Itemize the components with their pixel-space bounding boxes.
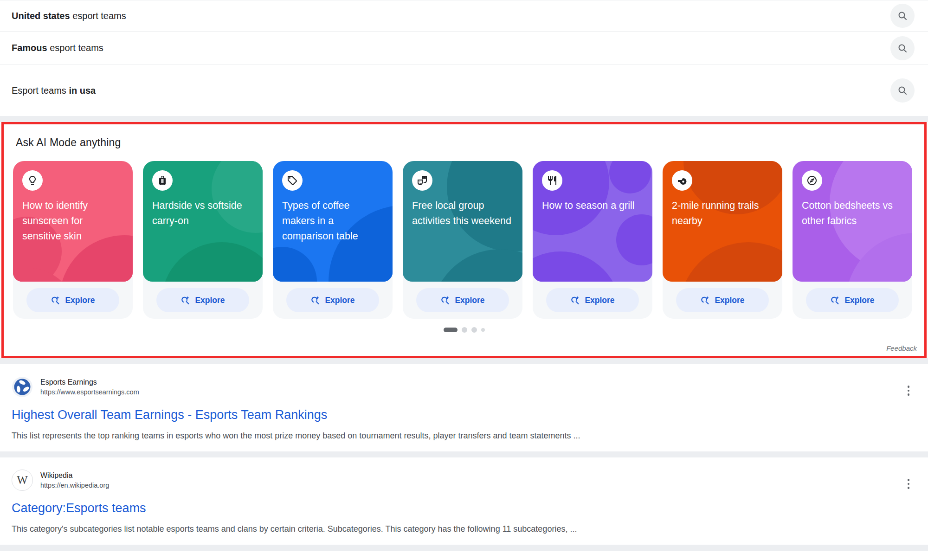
ai-suggestion-card[interactable]: Hardside vs softside carry-on Explore [143,161,263,319]
site-url: https://www.esportsearnings.com [40,388,139,396]
explore-button[interactable]: Explore [286,288,379,312]
ai-suggestion-card[interactable]: Cotton bedsheets vs other fabrics Explor… [793,161,912,319]
ai-suggestion-card[interactable]: How to identify sunscreen for sensitive … [13,161,133,319]
ai-mode-icon [700,296,710,305]
card-art: How to season a grill [533,161,652,282]
related-search-row[interactable]: United states esport teams [0,0,928,32]
result-title-link[interactable]: Category:Esports teams [12,501,910,515]
section-divider [0,358,928,364]
site-info: Wikipedia https://en.wikipedia.org [40,471,109,489]
ai-mode-icon [830,296,840,305]
card-art: Cotton bedsheets vs other fabrics [793,161,912,282]
card-footer: Explore [13,282,133,319]
result-snippet: This category's subcategories list notab… [12,523,910,534]
feedback-link[interactable]: Feedback [886,344,917,352]
section-divider [0,116,928,122]
more-vert-icon[interactable] [906,477,912,491]
explore-label: Explore [844,296,874,305]
card-title: Hardside vs softside carry-on [152,198,253,229]
card-footer: Explore [793,282,912,319]
card-footer: Explore [403,282,522,319]
site-name: Esports Earnings [40,378,139,386]
compass-icon [802,170,822,191]
ai-mode-icon [180,296,190,305]
restaurant-icon [542,170,562,191]
ai-suggestion-carousel: How to identify sunscreen for sensitive … [13,161,915,319]
card-title: Cotton bedsheets vs other fabrics [802,198,903,229]
card-footer: Explore [143,282,263,319]
card-art: Free local group activities this weekend [403,161,522,282]
card-title: Free local group activities this weekend [412,198,513,229]
search-icon[interactable] [890,4,915,28]
carousel-dot-active[interactable] [444,328,458,332]
explore-label: Explore [325,296,354,305]
whistle-icon [672,170,692,191]
ai-suggestion-card[interactable]: How to season a grill Explore [533,161,652,319]
related-search-text: Esport teams in usa [12,85,96,96]
ai-suggestion-card[interactable]: Types of coffee makers in a comparison t… [273,161,393,319]
ai-suggestion-card[interactable]: 2-mile running trails nearby Explore [663,161,782,319]
card-art: How to identify sunscreen for sensitive … [13,161,133,282]
ai-mode-icon [310,296,320,305]
carousel-dot[interactable] [462,327,467,333]
related-search-text: United states esport teams [12,11,126,21]
wikipedia-w-icon: W [12,470,33,491]
explore-button[interactable]: Explore [416,288,509,312]
site-name: Wikipedia [40,471,109,480]
card-title: How to season a grill [542,198,643,213]
ai-mode-title: Ask AI Mode anything [16,136,915,149]
explore-label: Explore [585,296,614,305]
search-result: W Wikipedia https://en.wikipedia.org Cat… [0,457,928,545]
theater-masks-icon [412,170,432,191]
explore-label: Explore [65,296,95,305]
ai-mode-icon [570,296,580,305]
result-header[interactable]: W Wikipedia https://en.wikipedia.org [12,470,910,491]
related-searches: United states esport teams Famous esport… [0,0,928,116]
explore-label: Explore [455,296,484,305]
explore-button[interactable]: Explore [546,288,638,312]
ai-mode-icon [440,296,450,305]
carousel-dot[interactable] [481,328,485,332]
card-title: 2-mile running trails nearby [672,198,773,229]
card-art: Hardside vs softside carry-on [143,161,263,282]
card-footer: Explore [533,282,652,319]
ai-mode-icon [51,296,60,305]
carousel-dot[interactable] [471,327,477,333]
card-art: 2-mile running trails nearby [663,161,782,282]
carousel-indicators [13,327,915,333]
related-search-row[interactable]: Esport teams in usa [0,65,928,116]
card-title: How to identify sunscreen for sensitive … [22,198,123,244]
card-art: Types of coffee makers in a comparison t… [273,161,393,282]
search-result: Esports Earnings https://www.esportsearn… [0,364,928,451]
ai-suggestion-card[interactable]: Free local group activities this weekend… [403,161,522,319]
related-search-text: Famous esport teams [12,43,103,53]
site-info: Esports Earnings https://www.esportsearn… [40,378,139,396]
search-icon[interactable] [890,36,915,60]
related-search-row[interactable]: Famous esport teams [0,32,928,65]
explore-button[interactable]: Explore [676,288,768,312]
ask-ai-mode-module: Ask AI Mode anything How to identify sun… [1,122,927,358]
tag-icon [282,170,303,191]
explore-button[interactable]: Explore [156,288,249,312]
lightbulb-icon [22,170,43,191]
luggage-icon [152,170,173,191]
search-icon[interactable] [890,78,915,103]
section-divider [0,451,928,457]
card-footer: Explore [273,282,393,319]
result-title-link[interactable]: Highest Overall Team Earnings - Esports … [12,408,910,422]
result-snippet: This list represents the top ranking tea… [12,430,910,441]
result-header[interactable]: Esports Earnings https://www.esportsearn… [12,376,910,398]
site-url: https://en.wikipedia.org [40,482,109,489]
esports-earnings-pinwheel-icon [12,376,33,398]
search-results-page: United states esport teams Famous esport… [0,0,928,560]
card-footer: Explore [663,282,782,319]
more-vert-icon[interactable] [906,384,912,398]
section-divider [0,545,928,551]
card-title: Types of coffee makers in a comparison t… [282,198,383,244]
explore-button[interactable]: Explore [806,288,898,312]
explore-label: Explore [715,296,744,305]
explore-button[interactable]: Explore [26,288,119,312]
explore-label: Explore [195,296,225,305]
